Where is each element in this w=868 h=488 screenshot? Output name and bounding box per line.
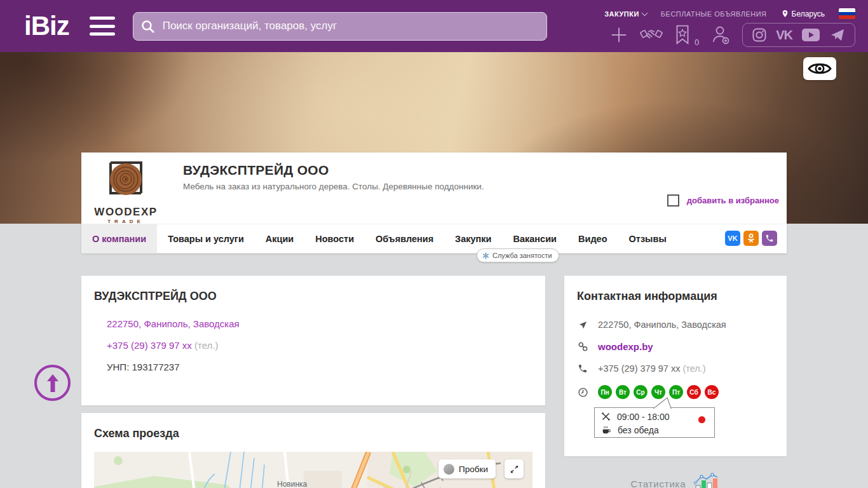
contact-phone-note: (тел.) — [682, 363, 705, 374]
link-icon — [577, 341, 588, 352]
bookmark-star-icon[interactable] — [674, 25, 691, 45]
website-link[interactable]: woodexp.by — [598, 341, 653, 352]
tab-products[interactable]: Товары и услуги — [157, 224, 255, 253]
about-address-link[interactable]: 222750, Фаниполь, Заводская — [107, 318, 240, 329]
tab-reviews[interactable]: Отзывы — [618, 224, 677, 253]
country-selector[interactable]: Беларусь — [781, 9, 825, 18]
about-company-card: ВУДЭКСПТРЕЙД ООО 222750, Фаниполь, Завод… — [81, 276, 545, 405]
status-dot — [698, 416, 705, 423]
scroll-to-top-button[interactable] — [34, 365, 71, 401]
favorites-count: 0 — [695, 37, 699, 47]
contact-title: Контактная информация — [577, 290, 774, 303]
tab-about[interactable]: О компании — [81, 224, 157, 253]
company-name: ВУДЭКСПТРЕЙД ООО — [183, 163, 329, 178]
russia-flag-icon[interactable] — [839, 8, 855, 19]
location-pin-icon — [781, 9, 789, 18]
map-expand-button[interactable] — [505, 459, 524, 478]
header-social-links: VK — [742, 23, 855, 47]
checkbox-icon[interactable] — [667, 194, 679, 207]
company-logo[interactable]: WOODEXP TRADE — [91, 160, 161, 224]
accessibility-eye-icon — [808, 61, 832, 76]
chevron-down-icon — [641, 10, 648, 16]
about-phone-note: (тел.) — [194, 340, 218, 351]
ibiz-logo[interactable]: iBiz — [24, 13, 69, 39]
working-hours-tooltip: 09:00 - 18:00 без обеда — [594, 407, 715, 438]
search-bar — [133, 12, 547, 41]
day-pill[interactable]: Пн — [598, 385, 612, 399]
phone-icon — [577, 363, 588, 374]
youtube-icon[interactable] — [801, 28, 820, 42]
instagram-icon[interactable] — [752, 27, 767, 43]
map[interactable]: Новинка Пробки — [94, 452, 532, 488]
lunch-value: без обеда — [618, 425, 659, 435]
contact-address: 222750, Фаниполь, Заводская — [598, 320, 726, 330]
day-pill[interactable]: Сб — [687, 385, 701, 399]
company-tabbar: О компании Товары и услуги Акции Новости… — [81, 224, 787, 254]
about-phone-link[interactable]: +375 (29) 379 97 xx — [107, 340, 192, 351]
directions-title: Схема проезда — [94, 427, 532, 440]
vk-share-icon[interactable]: VK — [725, 231, 740, 246]
hours-value: 09:00 - 18:00 — [617, 412, 670, 422]
search-input[interactable] — [133, 12, 547, 41]
header-right: ЗАКУПКИ БЕСПЛАТНЫЕ ОБЪЯВЛЕНИЯ Беларусь — [577, 0, 857, 52]
directions-card: Схема проезда — [81, 413, 545, 488]
employment-service-icon — [482, 252, 489, 259]
clock-icon — [577, 387, 588, 398]
free-ads-link[interactable]: БЕСПЛАТНЫЕ ОБЪЯВЛЕНИЯ — [661, 10, 767, 18]
coffee-cup-icon — [601, 425, 611, 435]
plus-icon[interactable] — [609, 25, 628, 44]
company-header-card: WOODEXP TRADE ВУДЭКСПТРЕЙД ООО Мебель на… — [81, 152, 787, 254]
contact-phone: +375 (29) 379 97 xx — [598, 363, 680, 374]
tab-news[interactable]: Новости — [304, 224, 365, 253]
main-content: ВУДЭКСПТРЕЙД ООО 222750, Фаниполь, Завод… — [81, 276, 787, 488]
traffic-button[interactable]: Пробки — [438, 459, 496, 478]
tab-video[interactable]: Видео — [567, 224, 618, 253]
tab-ads[interactable]: Объявления — [365, 224, 444, 253]
user-add-icon[interactable] — [710, 25, 731, 45]
hamburger-icon[interactable] — [90, 17, 115, 36]
company-description: Мебель на заказ из натурального дерева. … — [183, 182, 484, 191]
day-pill[interactable]: Ср — [634, 385, 648, 399]
stats-chart-icon — [693, 473, 720, 488]
scroll-top-arrow-icon — [44, 374, 61, 393]
handshake-icon[interactable] — [640, 25, 663, 44]
search-icon — [140, 19, 156, 37]
hero-banner: WOODEXP TRADE ВУДЭКСПТРЕЙД ООО Мебель на… — [0, 52, 868, 224]
add-to-favorites[interactable]: добавить в избранное — [667, 194, 779, 207]
tools-icon — [601, 412, 611, 421]
top-header: iBiz ЗАКУПКИ БЕСПЛАТНЫЕ ОБЪЯВЛЕНИЯ Белар… — [0, 0, 868, 52]
zakupki-menu[interactable]: ЗАКУПКИ — [604, 10, 647, 18]
company-unp: УНП: 193177237 — [107, 362, 532, 372]
telegram-icon[interactable] — [829, 27, 846, 43]
traffic-light-icon — [444, 464, 454, 475]
about-title: ВУДЭКСПТРЕЙД ООО — [94, 290, 532, 303]
employment-service-tooltip: Служба занятости — [477, 248, 559, 262]
map-place-label: Новинка — [277, 480, 307, 488]
statistics-link[interactable]: Статистика — [564, 473, 787, 488]
tab-promos[interactable]: Акции — [255, 224, 304, 253]
company-logo-text: WOODEXP — [91, 206, 161, 219]
day-pill[interactable]: Вт — [616, 385, 630, 399]
contact-info-card: Контактная информация 222750, Фаниполь, … — [564, 276, 787, 456]
vk-icon[interactable]: VK — [776, 28, 792, 43]
accessibility-eye-button[interactable] — [803, 57, 836, 80]
odnoklassniki-icon[interactable] — [743, 231, 759, 246]
expand-icon — [510, 464, 519, 474]
navigation-arrow-icon — [577, 320, 588, 330]
tooltip-pointer — [653, 397, 676, 409]
viber-icon[interactable] — [762, 231, 777, 246]
day-pill[interactable]: Вс — [705, 385, 719, 399]
